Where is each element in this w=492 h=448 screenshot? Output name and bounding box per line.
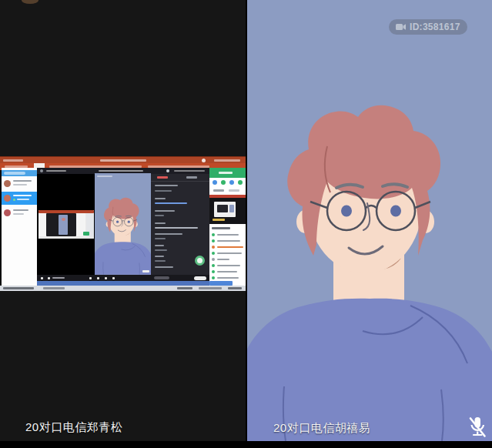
meeting-app-window — [37, 168, 209, 281]
speaker-icon — [41, 277, 43, 279]
group-chat-window — [209, 168, 246, 286]
record-icon — [112, 277, 115, 279]
participant-name-left: 20对口电信郑青松 — [25, 420, 122, 435]
meeting-grid: 20对口电信郑青松 — [0, 0, 492, 448]
avatar-illustration — [247, 0, 492, 441]
more-icon — [238, 180, 243, 185]
video-call-thumbnail — [209, 198, 246, 224]
group-chat-header — [209, 168, 246, 178]
send-button — [194, 276, 206, 280]
avatar — [40, 169, 43, 172]
share-icon — [97, 277, 99, 279]
partial-logo-icon — [22, 0, 38, 4]
meeting-toolbar — [37, 275, 209, 281]
chat-search-bar — [2, 170, 37, 176]
video-tile-avatar[interactable]: ID:3581617 20对口电信胡禧易 — [247, 0, 492, 441]
avatar — [4, 180, 11, 187]
camera-icon — [89, 277, 92, 279]
phone-icon — [48, 277, 50, 279]
avatar-illustration-small — [95, 173, 151, 275]
meeting-id-text: ID:3581617 — [410, 22, 460, 32]
meeting-id-badge: ID:3581617 — [389, 19, 467, 35]
recursive-screen-thumbnail — [38, 210, 94, 239]
video-tile-screen-share[interactable]: 20对口电信郑青松 — [0, 0, 246, 441]
participant-name-right: 20对口电信胡禧易 — [273, 421, 370, 436]
call-icon — [213, 180, 217, 185]
chat-list-item — [2, 178, 37, 190]
mic-muted-icon — [467, 416, 487, 439]
account-icon — [202, 159, 206, 162]
chat-list-item-selected — [2, 192, 37, 205]
meeting-chat-panel — [151, 174, 209, 275]
shared-screen-image — [0, 156, 246, 291]
sticker-badge — [195, 256, 205, 266]
avatar — [4, 195, 11, 202]
windows-taskbar — [0, 286, 246, 291]
screen-icon — [229, 180, 234, 185]
member-icon — [105, 277, 107, 279]
recursive-avatar-video-tile — [95, 173, 151, 275]
chat-app-window — [2, 168, 37, 288]
camera-icon — [396, 23, 407, 31]
chat-list-item — [2, 207, 37, 219]
video-icon — [221, 180, 226, 185]
avatar — [4, 209, 11, 216]
